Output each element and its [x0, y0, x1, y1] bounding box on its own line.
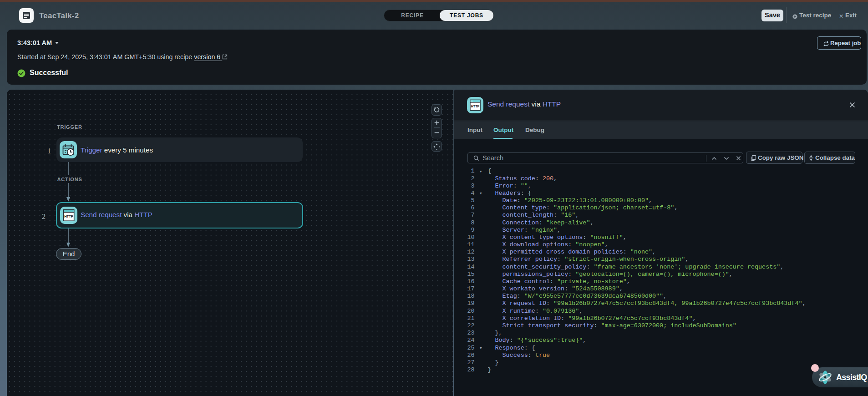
svg-text:HTTP: HTTP — [64, 214, 73, 218]
svg-text:HTTP: HTTP — [471, 105, 480, 108]
